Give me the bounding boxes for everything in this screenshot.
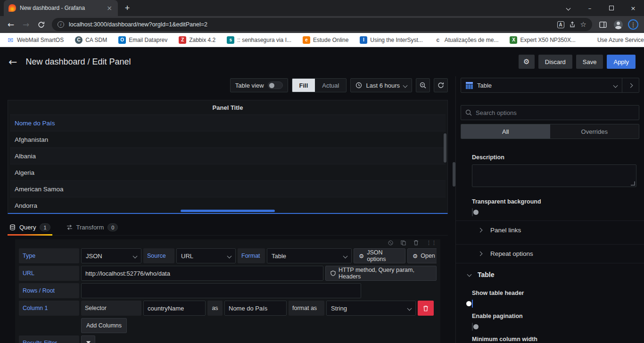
share-icon[interactable] <box>569 21 576 28</box>
tab-close-icon[interactable]: × <box>106 4 113 12</box>
tab-title: New dashboard - Grafana <box>20 5 102 11</box>
refresh-button[interactable] <box>434 78 448 92</box>
source-select[interactable]: URL <box>176 248 236 263</box>
time-range-picker[interactable]: Last 6 hours <box>350 78 412 92</box>
url-text[interactable]: localhost:3000/dashboard/new?orgId=1&edi… <box>69 21 553 28</box>
json-options-button[interactable]: ⚙JSON options <box>354 248 405 263</box>
intersystems-icon: I <box>360 36 367 44</box>
bookmark-item[interactable]: Use Azure Service B... <box>587 36 644 44</box>
repeat-options-section[interactable]: Repeat options <box>456 244 644 263</box>
toggle-viz-list-button[interactable] <box>622 78 639 92</box>
table-column-header[interactable]: Nome do País <box>10 114 446 131</box>
mail-icon: ✉ <box>7 36 14 44</box>
reload-button[interactable] <box>34 17 48 32</box>
bookmark-star-icon[interactable]: ☆ <box>580 20 586 29</box>
maximize-button[interactable] <box>601 0 622 16</box>
apply-button[interactable]: Apply <box>607 55 636 69</box>
transparent-background-switch[interactable] <box>472 208 473 216</box>
tab-overrides[interactable]: Overrides <box>550 124 639 139</box>
chevron-down-icon <box>613 83 618 88</box>
main-scrollbar[interactable] <box>453 162 455 187</box>
edit-panel-header: ← New dashboard / Edit Panel ⚙ Discard S… <box>0 47 644 76</box>
options-tabs: All Overrides <box>461 124 639 139</box>
selector-input[interactable] <box>143 301 206 316</box>
tab-all[interactable]: All <box>461 124 550 139</box>
address-bar[interactable]: i localhost:3000/dashboard/new?orgId=1&e… <box>52 18 592 31</box>
page-title: New dashboard / Edit Panel <box>25 57 510 67</box>
as-label: as <box>207 301 223 316</box>
bookmark-item[interactable]: ✉WebMail SmartOS <box>7 36 64 44</box>
back-to-dashboard-button[interactable]: ← <box>8 56 17 68</box>
enable-pagination-switch[interactable] <box>472 323 473 331</box>
table-vertical-scrollbar[interactable] <box>444 133 446 163</box>
tab-search-chevron-icon[interactable] <box>557 0 579 16</box>
browser-menu-button[interactable]: ⋮ <box>626 17 640 32</box>
bookmark-item[interactable]: ZZabbix 4.2 <box>179 36 215 44</box>
open-button[interactable]: ⚙Open <box>407 248 437 263</box>
results-filter-label: Results Filter <box>19 335 79 343</box>
url-input[interactable] <box>81 266 323 281</box>
panel-preview[interactable]: Panel Title Nome do País Afghanistan Alb… <box>8 100 448 214</box>
panel-title[interactable]: Panel Title <box>8 100 447 114</box>
alias-input[interactable] <box>224 301 287 316</box>
fill-option[interactable]: Fill <box>292 79 315 92</box>
bookmark-item[interactable]: CCA SDM <box>75 36 107 44</box>
bookmark-item[interactable]: OEmail Dataprev <box>118 36 167 44</box>
visualization-picker[interactable]: Table <box>461 78 639 93</box>
chevron-right-icon <box>628 83 633 88</box>
filter-funnel-button[interactable] <box>81 335 95 343</box>
http-options-button[interactable]: HTTP method, Query param, Headers <box>325 266 437 281</box>
actual-option[interactable]: Actual <box>315 79 346 92</box>
format-as-select[interactable]: String <box>326 301 416 316</box>
table-options-section[interactable]: Table <box>456 263 644 286</box>
bookmark-item[interactable]: s:: senhasegura via I... <box>227 36 291 44</box>
table-view-toggle-group: Table view <box>230 78 288 92</box>
back-button[interactable]: ← <box>4 17 18 32</box>
description-textarea[interactable] <box>472 164 636 187</box>
format-select[interactable]: Table <box>267 248 352 263</box>
add-columns-button[interactable]: Add Columns <box>81 318 127 333</box>
site-info-icon[interactable]: i <box>58 21 64 28</box>
disable-query-icon[interactable] <box>388 240 393 245</box>
senhasegura-icon: s <box>227 36 234 44</box>
bookmark-item[interactable]: XExpert X50 NP350X... <box>510 36 575 44</box>
minimize-button[interactable]: – <box>579 0 601 16</box>
bookmark-item[interactable]: IUsing the InterSyst... <box>360 36 422 44</box>
browser-tab[interactable]: New dashboard - Grafana × <box>4 0 118 16</box>
bookmark-item[interactable]: cAtualizações de me... <box>434 36 499 44</box>
rows-root-input[interactable] <box>81 283 361 298</box>
options-search-input[interactable] <box>476 109 635 116</box>
table-horizontal-scrollbar[interactable] <box>181 210 275 212</box>
panel-links-section[interactable]: Panel links <box>456 220 644 239</box>
delete-column-button[interactable] <box>418 301 434 316</box>
new-tab-button[interactable]: + <box>121 1 134 15</box>
discard-button[interactable]: Discard <box>538 55 572 69</box>
panel-links-label: Panel links <box>490 227 521 234</box>
tab-query[interactable]: Query 1 <box>8 220 52 235</box>
table-view-switch[interactable] <box>268 82 283 89</box>
transparent-background-group: Transparent background <box>472 198 636 216</box>
save-button[interactable]: Save <box>576 55 603 69</box>
translate-icon[interactable]: A <box>557 21 564 28</box>
table-section-label: Table <box>478 271 495 278</box>
drag-handle-icon[interactable]: ⋮⋮ <box>426 240 437 246</box>
show-table-header-label: Show table header <box>472 290 636 296</box>
close-window-button[interactable]: × <box>622 0 644 16</box>
tab-transform[interactable]: Transform 0 <box>65 220 120 235</box>
type-select[interactable]: JSON <box>81 248 141 263</box>
chevron-right-icon <box>478 252 483 256</box>
options-search[interactable] <box>461 105 639 120</box>
dashboard-settings-button[interactable]: ⚙ <box>519 55 535 69</box>
zoom-out-button[interactable] <box>416 78 430 92</box>
gear-icon: ⚙ <box>359 253 364 260</box>
duplicate-query-icon[interactable] <box>401 240 406 245</box>
show-table-header-switch[interactable] <box>472 300 473 308</box>
side-panel-icon[interactable] <box>596 17 610 32</box>
forward-button[interactable]: → <box>19 17 33 32</box>
description-group: Description <box>472 154 636 187</box>
bookmarks-bar: ✉WebMail SmartOS CCA SDM OEmail Dataprev… <box>0 33 644 47</box>
bookmark-item[interactable]: eEstude Online <box>303 36 348 44</box>
profile-avatar[interactable] <box>611 17 625 32</box>
grafana-favicon-icon <box>8 4 16 12</box>
delete-query-icon[interactable] <box>413 240 419 245</box>
